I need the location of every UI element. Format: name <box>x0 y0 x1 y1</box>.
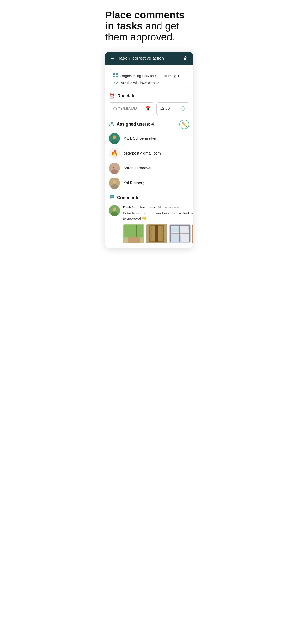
task-ref-card: Zorginstelling Hofvliet / … / afdeling 1… <box>109 69 189 88</box>
page-wrapper: Place comments in tasks and get them app… <box>99 0 199 258</box>
time-value: 12:00 <box>160 106 170 111</box>
svg-rect-0 <box>113 73 115 75</box>
list-item: Kai Rietberg <box>109 178 189 188</box>
back-icon[interactable]: ← <box>110 55 115 62</box>
task-ref-question: ✓✗ Are the windows clean? <box>113 81 185 85</box>
headline: Place comments in tasks and get them app… <box>105 10 193 43</box>
date-placeholder: YYYY/MM/DD <box>112 106 137 111</box>
user-name: peterpost@gmail.com <box>123 151 161 156</box>
user-icon <box>109 121 114 128</box>
user-list: Mark Schoenmaker 🔥 peterpost@gmail.com <box>109 133 189 188</box>
app-header-title: Task / corrective action <box>118 56 164 61</box>
svg-point-15 <box>115 167 115 168</box>
svg-rect-9 <box>113 140 116 142</box>
svg-point-22 <box>112 196 113 197</box>
task-ref-location-text: Zorginstelling Hofvliet / … / afdeling 1 <box>120 74 179 78</box>
due-date-row: YYYY/MM/DD 📅 12:00 🕛 <box>109 102 189 115</box>
time-input[interactable]: 12:00 🕛 <box>157 102 189 115</box>
avatar <box>109 178 120 188</box>
svg-rect-49 <box>171 234 179 242</box>
comment-author: Gert-Jan Hemmers <box>123 205 155 209</box>
date-input[interactable]: YYYY/MM/DD 📅 <box>109 102 154 115</box>
list-item: Sarah Terhoeven <box>109 163 189 174</box>
svg-point-14 <box>113 167 114 168</box>
grid-icon <box>113 73 118 79</box>
comment-time: 34 minutes ago <box>158 206 179 209</box>
comments-section: Comments <box>105 188 193 248</box>
avatar <box>109 133 120 144</box>
svg-point-13 <box>113 165 116 168</box>
due-date-header: ⏰ Due date <box>109 93 189 99</box>
comment-header-row: Gert-Jan Hemmers 34 minutes ago <box>123 205 193 209</box>
edit-users-button[interactable]: ✏️ <box>180 120 189 129</box>
svg-point-20 <box>111 196 111 197</box>
svg-point-8 <box>113 136 116 139</box>
task-ref-location: Zorginstelling Hofvliet / … / afdeling 1 <box>113 73 185 79</box>
svg-rect-39 <box>150 233 164 233</box>
app-content: Zorginstelling Hofvliet / … / afdeling 1… <box>105 69 193 248</box>
task-ref-question-text: Are the windows clean? <box>121 81 159 85</box>
image-thumbnail[interactable] <box>192 224 193 244</box>
bottom-padding <box>109 244 189 248</box>
assigned-header-left: Assigned users: 4 <box>109 121 154 128</box>
svg-point-21 <box>112 196 112 197</box>
image-strip <box>123 224 193 244</box>
user-name: Mark Schoenmaker <box>123 136 157 141</box>
svg-rect-2 <box>113 76 115 78</box>
edit-icon: ✏️ <box>182 122 187 127</box>
due-date-title: Due date <box>117 94 135 98</box>
due-date-section: ⏰ Due date YYYY/MM/DD 📅 12:00 🕛 <box>105 88 193 115</box>
svg-rect-51 <box>192 227 193 241</box>
app-header-left: ← Task / corrective action <box>110 55 164 62</box>
svg-rect-38 <box>156 226 158 242</box>
comment-item: Gert-Jan Hemmers 34 minutes ago Entirely… <box>109 205 189 244</box>
svg-rect-33 <box>128 238 140 244</box>
image-thumbnail[interactable] <box>146 224 168 244</box>
svg-rect-47 <box>179 226 180 242</box>
avatar: 🔥 <box>109 148 120 159</box>
calendar-icon: 📅 <box>145 106 151 111</box>
app-card: ← Task / corrective action 🗑 <box>105 52 193 248</box>
user-name: Kai Rietberg <box>123 181 144 185</box>
list-item: 🔥 peterpost@gmail.com <box>109 148 189 159</box>
svg-rect-1 <box>116 73 117 75</box>
app-header: ← Task / corrective action 🗑 <box>105 52 193 66</box>
assigned-users-section: Assigned users: 4 ✏️ <box>105 115 193 188</box>
trash-icon[interactable]: 🗑 <box>183 56 188 61</box>
check-x-icon: ✓✗ <box>113 81 119 84</box>
assigned-header: Assigned users: 4 ✏️ <box>109 120 189 129</box>
comments-title: Comments <box>117 195 139 200</box>
svg-rect-30 <box>124 231 143 232</box>
comments-icon <box>109 194 115 201</box>
svg-rect-3 <box>116 76 117 78</box>
list-item: Mark Schoenmaker <box>109 133 189 144</box>
alarm-icon: ⏰ <box>109 93 115 99</box>
assigned-users-title: Assigned users: 4 <box>117 122 154 127</box>
image-thumbnail[interactable] <box>123 224 144 244</box>
comments-header: Comments <box>109 194 189 201</box>
title-separator: / <box>128 56 131 60</box>
user-name: Sarah Terhoeven <box>123 166 153 170</box>
title-sub: corrective action <box>132 56 164 60</box>
image-thumbnail[interactable] <box>169 224 191 244</box>
comment-text: Entirely cleaned the windows! Please loo… <box>123 210 193 222</box>
svg-rect-31 <box>136 226 136 238</box>
comment-body: Gert-Jan Hemmers 34 minutes ago Entirely… <box>123 205 193 244</box>
svg-point-19 <box>113 180 116 183</box>
title-main: Task <box>118 56 127 60</box>
avatar <box>109 205 120 216</box>
svg-rect-44 <box>189 226 190 242</box>
clock-icon: 🕛 <box>180 106 186 111</box>
avatar <box>109 163 120 174</box>
svg-rect-48 <box>171 227 179 232</box>
